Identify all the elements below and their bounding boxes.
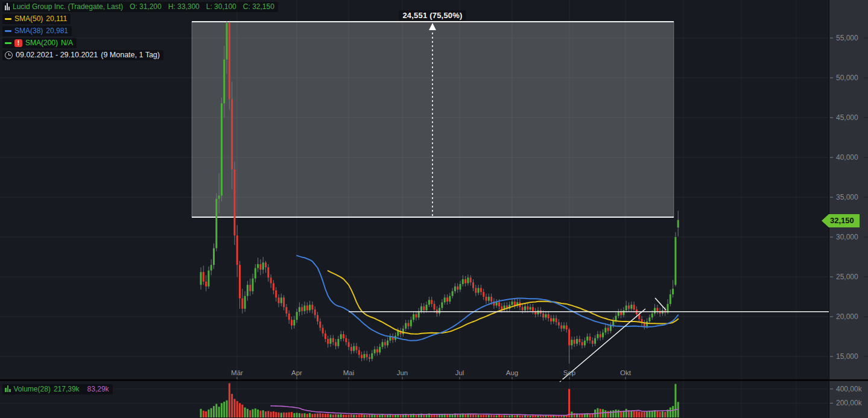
month-label[interactable]: Jul xyxy=(455,369,464,376)
volume-bar[interactable] xyxy=(363,415,365,417)
volume-bar[interactable] xyxy=(236,401,238,417)
candle-body[interactable] xyxy=(257,264,259,268)
volume-bar[interactable] xyxy=(506,416,508,417)
volume-bar[interactable] xyxy=(651,411,653,417)
candle-body[interactable] xyxy=(205,282,207,287)
candle-body[interactable] xyxy=(578,339,580,342)
volume-bar[interactable] xyxy=(512,415,513,417)
volume-tick-label[interactable]: 200,00k xyxy=(836,399,863,407)
candle-body[interactable] xyxy=(361,355,363,358)
candle-body[interactable] xyxy=(348,342,350,347)
volume-bar[interactable] xyxy=(534,415,536,417)
candle-body[interactable] xyxy=(630,305,632,309)
volume-bar[interactable] xyxy=(475,414,477,417)
volume-bar[interactable] xyxy=(211,408,212,417)
volume-bar[interactable] xyxy=(285,413,287,417)
candle-body[interactable] xyxy=(350,347,352,351)
volume-bar[interactable] xyxy=(457,414,458,417)
volume-bar[interactable] xyxy=(514,415,516,417)
candle-body[interactable] xyxy=(548,314,550,318)
candle-body[interactable] xyxy=(581,342,583,345)
volume-bar[interactable] xyxy=(498,415,500,417)
volume-bar[interactable] xyxy=(648,411,650,417)
volume-bar[interactable] xyxy=(464,414,466,417)
candle-body[interactable] xyxy=(558,322,560,325)
candle-body[interactable] xyxy=(262,262,264,270)
candle-body[interactable] xyxy=(656,308,658,311)
candle-body[interactable] xyxy=(480,288,482,292)
candle-body[interactable] xyxy=(337,339,339,346)
candle-body[interactable] xyxy=(413,314,414,320)
candle-body[interactable] xyxy=(221,103,223,195)
volume-bar[interactable] xyxy=(626,409,627,417)
volume-bar[interactable] xyxy=(241,405,243,417)
candle-body[interactable] xyxy=(553,318,554,321)
candle-body[interactable] xyxy=(677,220,679,228)
candle-body[interactable] xyxy=(384,342,386,345)
candle-body[interactable] xyxy=(602,332,604,337)
volume-bar[interactable] xyxy=(478,415,480,417)
volume-bar[interactable] xyxy=(301,414,303,417)
volume-bar[interactable] xyxy=(203,411,204,417)
candle-body[interactable] xyxy=(615,316,617,321)
volume-bar[interactable] xyxy=(231,394,233,417)
volume-bar[interactable] xyxy=(434,414,436,417)
indicator-row-sma38[interactable]: SMA(38) 20,981 xyxy=(2,26,72,36)
month-label[interactable]: Okt xyxy=(620,369,632,376)
candle-body[interactable] xyxy=(322,328,324,333)
volume-bar[interactable] xyxy=(604,410,606,417)
price-tick-label[interactable]: 40,000 xyxy=(836,153,858,162)
volume-bar[interactable] xyxy=(508,415,510,417)
volume-bar[interactable] xyxy=(379,415,381,417)
candle-body[interactable] xyxy=(654,308,656,313)
candle-body[interactable] xyxy=(426,305,428,310)
volume-bar[interactable] xyxy=(496,415,498,417)
candle-body[interactable] xyxy=(566,326,568,330)
price-tick-label[interactable]: 20,000 xyxy=(836,312,858,321)
volume-bar[interactable] xyxy=(299,413,300,417)
volume-bar[interactable] xyxy=(350,414,352,417)
candle-body[interactable] xyxy=(325,334,326,339)
volume-bar[interactable] xyxy=(387,415,388,417)
candle-body[interactable] xyxy=(309,305,311,310)
candle-body[interactable] xyxy=(299,307,300,312)
volume-bar[interactable] xyxy=(672,406,674,417)
candle-body[interactable] xyxy=(522,307,524,310)
volume-bar[interactable] xyxy=(233,399,235,417)
candle-body[interactable] xyxy=(215,199,217,249)
volume-bar[interactable] xyxy=(249,410,251,417)
candle-body[interactable] xyxy=(651,314,653,318)
candle-body[interactable] xyxy=(371,353,373,359)
volume-bar[interactable] xyxy=(493,415,495,417)
candle-body[interactable] xyxy=(387,341,388,346)
candle-body[interactable] xyxy=(296,312,298,320)
candle-body[interactable] xyxy=(314,309,316,315)
volume-bar[interactable] xyxy=(646,411,648,417)
candle-body[interactable] xyxy=(542,314,544,318)
price-tick-label[interactable]: 50,000 xyxy=(836,74,858,82)
price-tick-label[interactable]: 25,000 xyxy=(836,273,858,281)
measure-annotation-label[interactable]: 24,551 (75,50%) xyxy=(399,10,466,21)
candle-body[interactable] xyxy=(379,347,381,352)
candle-body[interactable] xyxy=(283,297,285,307)
candle-body[interactable] xyxy=(475,288,477,293)
indicator-row-sma50[interactable]: SMA(50) 20,111 xyxy=(2,14,71,24)
candle-body[interactable] xyxy=(431,300,432,304)
candle-body[interactable] xyxy=(288,314,290,320)
volume-bar[interactable] xyxy=(488,415,490,417)
candle-body[interactable] xyxy=(415,314,417,317)
volume-bar[interactable] xyxy=(215,404,217,417)
instrument-legend-row[interactable]: Lucid Group Inc. (Tradegate, Last) O: 31… xyxy=(2,2,278,12)
volume-bar[interactable] xyxy=(353,415,355,417)
volume-bar[interactable] xyxy=(291,412,293,417)
price-tick-label[interactable]: 55,000 xyxy=(836,34,858,42)
candle-body[interactable] xyxy=(584,341,586,346)
candle-body[interactable] xyxy=(275,290,277,297)
volume-bar[interactable] xyxy=(327,414,329,417)
candle-body[interactable] xyxy=(454,287,456,291)
candle-body[interactable] xyxy=(622,310,624,315)
candle-body[interactable] xyxy=(604,328,606,332)
volume-bar[interactable] xyxy=(337,414,339,417)
candle-body[interactable] xyxy=(397,331,399,336)
volume-bar[interactable] xyxy=(319,413,321,417)
